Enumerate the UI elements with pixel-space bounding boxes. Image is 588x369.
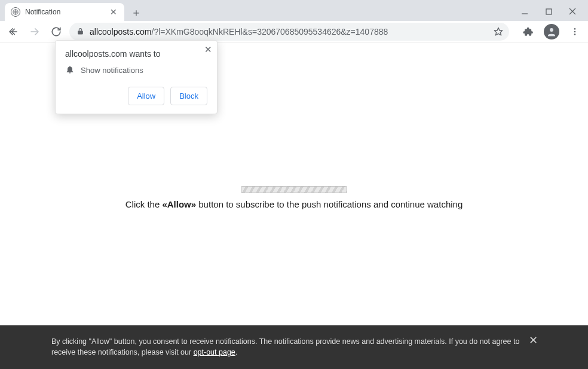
instruction-text: Click the «Allow» button to subscribe to… [0, 199, 588, 209]
svg-point-11 [574, 31, 576, 32]
bell-icon [65, 65, 75, 76]
window-maximize-icon[interactable] [541, 4, 556, 19]
msg-post: button to subscribe to the push notifica… [196, 199, 463, 209]
extensions-icon[interactable] [520, 23, 537, 40]
svg-marker-8 [494, 28, 502, 35]
opt-out-link[interactable]: opt-out page [194, 348, 235, 356]
notification-permission-prompt: ✕ allcoolposts.com wants to Show notific… [55, 40, 218, 114]
menu-kebab-icon[interactable] [566, 23, 583, 40]
allow-button[interactable]: Allow [128, 87, 164, 105]
svg-point-10 [574, 28, 576, 30]
svg-point-9 [550, 28, 553, 32]
globe-icon [11, 7, 20, 17]
window-titlebar: Notification ✕ ＋ [0, 0, 588, 21]
bookmark-star-icon[interactable] [494, 27, 503, 36]
tab-title: Notification [25, 8, 104, 16]
consent-text-1: By clicking "Allow" button, you consent … [51, 337, 519, 357]
tab-close-icon[interactable]: ✕ [109, 7, 118, 17]
url-text: allcoolposts.com/?l=XKmG8ooqkNkREHl&s=32… [90, 27, 489, 36]
tab-strip: Notification ✕ ＋ [0, 0, 517, 21]
toolbar-right [514, 23, 583, 40]
url-path: /?l=XKmG8ooqkNkREHl&s=320670685095534626… [152, 27, 388, 36]
new-tab-button[interactable]: ＋ [128, 4, 145, 21]
svg-point-12 [574, 33, 576, 35]
window-close-icon[interactable] [565, 4, 580, 19]
window-controls [517, 3, 588, 21]
block-button[interactable]: Block [170, 87, 207, 105]
url-host: allcoolposts.com [90, 27, 152, 36]
browser-toolbar: allcoolposts.com/?l=XKmG8ooqkNkREHl&s=32… [0, 21, 588, 42]
prompt-title: allcoolposts.com wants to [65, 49, 207, 59]
lock-icon [75, 27, 85, 36]
back-button[interactable] [5, 23, 22, 40]
consent-text-2: . [235, 348, 237, 356]
page-viewport: ✕ allcoolposts.com wants to Show notific… [0, 42, 588, 369]
browser-tab[interactable]: Notification ✕ [5, 3, 124, 21]
forward-button [26, 23, 43, 40]
svg-rect-2 [546, 9, 552, 14]
reload-button[interactable] [48, 23, 65, 40]
msg-bold: «Allow» [162, 199, 196, 209]
window-minimize-icon[interactable] [517, 4, 532, 19]
consent-bar: ✕ By clicking "Allow" button, you consen… [0, 325, 588, 370]
consent-close-icon[interactable]: ✕ [529, 333, 538, 349]
prompt-close-icon[interactable]: ✕ [204, 44, 212, 55]
page-center: Click the «Allow» button to subscribe to… [0, 186, 588, 209]
profile-avatar-icon[interactable] [544, 24, 559, 39]
msg-pre: Click the [125, 199, 163, 209]
prompt-item-text: Show notifications [81, 66, 143, 75]
fake-progress-bar [241, 186, 347, 193]
address-bar[interactable]: allcoolposts.com/?l=XKmG8ooqkNkREHl&s=32… [69, 23, 509, 41]
